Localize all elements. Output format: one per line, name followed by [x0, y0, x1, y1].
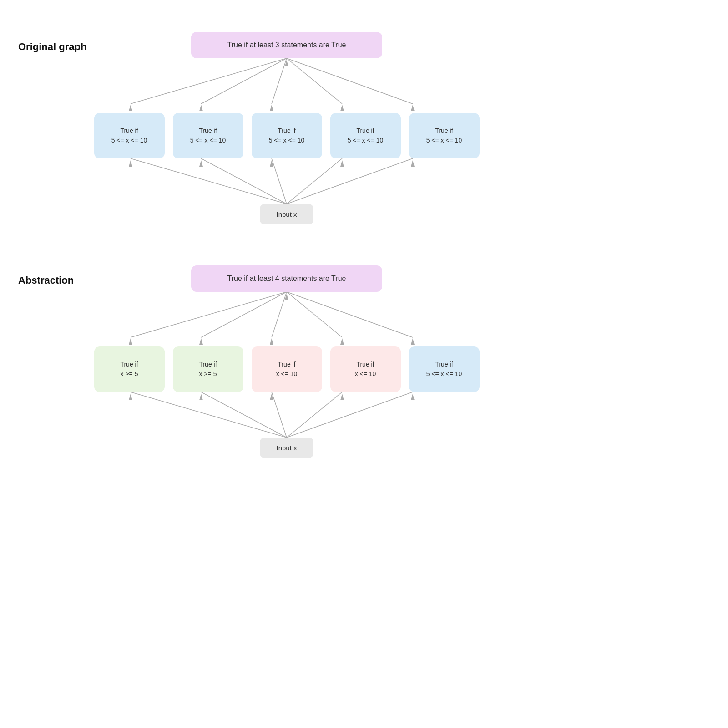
input-node-abstraction: Input x	[260, 438, 313, 458]
top-node-original: True if at least 3 statements are True	[191, 32, 382, 58]
section-original: Original graph True if at least 3 statem…	[18, 27, 482, 224]
svg-marker-37	[129, 394, 132, 400]
svg-marker-7	[199, 105, 203, 111]
svg-marker-9	[340, 105, 344, 111]
child-node-2: True if5 <= x <= 10	[173, 113, 243, 158]
child-node-a1: True ifx >= 5	[94, 346, 165, 392]
svg-line-35	[287, 392, 342, 438]
child-node-a4: True ifx <= 10	[330, 346, 401, 392]
svg-marker-19	[340, 160, 344, 167]
connectors-bottom-original	[96, 158, 478, 204]
svg-marker-8	[270, 105, 273, 111]
child-node-5: True if5 <= x <= 10	[409, 113, 480, 158]
svg-marker-41	[411, 394, 415, 400]
section-abstraction: Abstraction True if at least 4 statement…	[18, 261, 482, 458]
svg-line-14	[287, 158, 342, 204]
svg-line-24	[287, 292, 342, 337]
svg-marker-29	[270, 338, 273, 345]
child-node-a5: True if5 <= x <= 10	[409, 346, 480, 392]
svg-marker-31	[411, 338, 415, 345]
child-node-a3: True ifx <= 10	[252, 346, 322, 392]
svg-marker-16	[129, 160, 132, 167]
connectors-bottom-abstraction	[96, 392, 478, 438]
svg-marker-6	[129, 105, 132, 111]
child-node-4: True if5 <= x <= 10	[330, 113, 401, 158]
svg-line-25	[287, 292, 413, 337]
svg-line-0	[131, 58, 287, 104]
input-node-original: Input x	[260, 204, 313, 224]
svg-line-15	[287, 158, 413, 204]
svg-line-36	[287, 392, 413, 438]
child-nodes-abstraction: True ifx >= 5 True ifx >= 5 True ifx <= …	[94, 346, 480, 392]
graph-abstraction: True if at least 4 statements are True T…	[91, 265, 482, 458]
svg-marker-10	[411, 105, 415, 111]
child-node-a2: True ifx >= 5	[173, 346, 243, 392]
child-node-1: True if5 <= x <= 10	[94, 113, 165, 158]
svg-line-11	[131, 158, 287, 204]
top-node-abstraction: True if at least 4 statements are True	[191, 265, 382, 292]
child-node-3: True if5 <= x <= 10	[252, 113, 322, 158]
svg-marker-20	[411, 160, 415, 167]
section-title-abstraction: Abstraction	[18, 275, 74, 286]
connectors-top-original	[96, 58, 478, 113]
svg-marker-38	[199, 394, 203, 400]
svg-line-32	[131, 392, 287, 438]
section-title-original: Original graph	[18, 41, 86, 53]
svg-marker-17	[199, 160, 203, 167]
svg-line-21	[131, 292, 287, 337]
child-nodes-original: True if5 <= x <= 10 True if5 <= x <= 10 …	[94, 113, 480, 158]
svg-marker-30	[340, 338, 344, 345]
connectors-top-abstraction	[96, 292, 478, 346]
graph-original: True if at least 3 statements are True T…	[91, 32, 482, 224]
svg-marker-28	[199, 338, 203, 345]
svg-line-3	[287, 58, 342, 104]
svg-marker-40	[340, 394, 344, 400]
svg-marker-27	[129, 338, 132, 345]
svg-line-4	[287, 58, 413, 104]
